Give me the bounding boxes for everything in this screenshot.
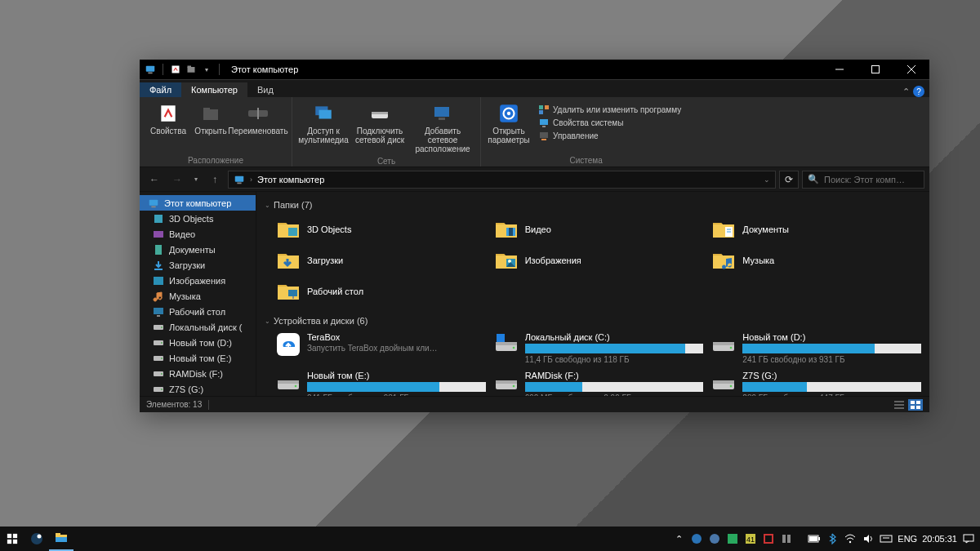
svg-rect-35 bbox=[155, 245, 162, 255]
tray-lang[interactable]: ENG bbox=[898, 534, 917, 544]
media-access-icon bbox=[312, 102, 335, 125]
drive-item[interactable]: Новый том (E:)241 ГБ свободно из 931 ГБ bbox=[276, 371, 486, 396]
open-button[interactable]: Открыть bbox=[194, 100, 228, 154]
svg-rect-39 bbox=[157, 315, 160, 317]
properties-button[interactable]: Свойства bbox=[145, 100, 192, 154]
search-icon: 🔍 bbox=[808, 174, 819, 184]
folder-item[interactable]: Изображения bbox=[494, 247, 704, 273]
chevron-right-icon[interactable]: › bbox=[250, 176, 252, 184]
forward-button[interactable]: → bbox=[167, 170, 187, 189]
tray-battery-icon[interactable] bbox=[808, 532, 821, 545]
taskbar-app-steam[interactable] bbox=[24, 527, 49, 551]
refresh-button[interactable]: ⟳ bbox=[779, 171, 799, 189]
sidebar-item[interactable]: Изображения bbox=[140, 273, 256, 288]
media-access-button[interactable]: Доступ к мультимедиа bbox=[297, 100, 350, 155]
taskbar-app-explorer[interactable] bbox=[49, 527, 74, 551]
svg-point-41 bbox=[161, 327, 163, 328]
help-icon[interactable]: ? bbox=[913, 86, 924, 97]
group-drives-header[interactable]: ⌄ Устройства и диски (6) bbox=[265, 313, 921, 329]
folders-grid: 3D ObjectsВидеоДокументыЗагрузкиИзображе… bbox=[265, 213, 921, 313]
tray-app3-icon[interactable] bbox=[762, 532, 775, 545]
recent-dropdown[interactable]: ▾ bbox=[190, 170, 202, 189]
manage-button[interactable]: Управление bbox=[538, 130, 681, 141]
tray-expand-icon[interactable]: ⌃ bbox=[672, 532, 685, 545]
nav-sidebar: Этот компьютер 3D ObjectsВидеоДокументыЗ… bbox=[140, 192, 256, 396]
tray-app4-icon[interactable] bbox=[780, 532, 793, 545]
uninstall-button[interactable]: Удалить или изменить программу bbox=[538, 104, 681, 115]
manage-icon bbox=[538, 130, 550, 141]
svg-rect-28 bbox=[540, 132, 548, 138]
folder-item[interactable]: 3D Objects bbox=[276, 216, 486, 242]
open-settings-button[interactable]: Открыть параметры bbox=[486, 100, 532, 154]
tray-wifi-icon[interactable] bbox=[844, 532, 857, 545]
sidebar-item[interactable]: Документы bbox=[140, 242, 256, 257]
folder-item[interactable]: Рабочий стол bbox=[276, 278, 486, 304]
view-icons-button[interactable] bbox=[908, 399, 923, 411]
drive-item-terabox[interactable]: TeraBoxЗапустить TeraBox двойным кли… bbox=[276, 332, 486, 364]
tray-bluetooth-icon[interactable] bbox=[826, 532, 839, 545]
tray-app-icon[interactable] bbox=[690, 532, 703, 545]
svg-point-47 bbox=[161, 373, 163, 375]
sidebar-item[interactable]: Видео bbox=[140, 226, 256, 242]
svg-rect-31 bbox=[149, 199, 158, 205]
sidebar-item-thispc[interactable]: Этот компьютер bbox=[140, 195, 256, 211]
map-drive-button[interactable]: Подключить сетевой диск bbox=[351, 100, 408, 155]
tray-keyboard-icon[interactable] bbox=[880, 532, 893, 545]
tray-app2-icon[interactable] bbox=[726, 532, 739, 545]
divider bbox=[219, 64, 220, 75]
search-input[interactable]: 🔍 Поиск: Этот комп… bbox=[802, 171, 924, 189]
group-folders-header[interactable]: ⌄ Папки (7) bbox=[265, 197, 921, 213]
thispc-icon bbox=[148, 198, 159, 209]
sidebar-item[interactable]: Музыка bbox=[140, 288, 256, 304]
tab-file[interactable]: Файл bbox=[140, 82, 181, 97]
sidebar-item[interactable]: Новый том (E:) bbox=[140, 350, 256, 366]
drive-item[interactable]: Локальный диск (C:)11,4 ГБ свободно из 1… bbox=[494, 332, 704, 364]
sidebar-item[interactable]: RAMDisk (F:) bbox=[140, 366, 256, 381]
ribbon-group-network: Доступ к мультимедиа Подключить сетевой … bbox=[292, 97, 481, 167]
svg-rect-81 bbox=[496, 380, 517, 384]
qat-properties-icon[interactable] bbox=[170, 64, 181, 75]
qat-dropdown-icon[interactable]: ▾ bbox=[201, 64, 212, 75]
address-bar-row: ← → ▾ ↑ › Этот компьютер ⌄ ⟳ 🔍 Поиск: Эт… bbox=[140, 167, 929, 192]
drive-item[interactable]: Z7S (G:)289 ГБ свободно из 447 ГБ bbox=[711, 371, 921, 396]
tray-temp-icon[interactable]: 41 bbox=[744, 532, 757, 545]
tray-notifications-icon[interactable] bbox=[962, 532, 975, 545]
tray-volume-icon[interactable] bbox=[862, 532, 875, 545]
address-dropdown-icon[interactable]: ⌄ bbox=[764, 176, 770, 184]
chevron-down-icon: ⌄ bbox=[265, 318, 270, 325]
sidebar-item[interactable]: 3D Objects bbox=[140, 211, 256, 226]
folder-item[interactable]: Видео bbox=[494, 216, 704, 242]
rename-button[interactable]: Переименовать bbox=[229, 100, 287, 154]
sidebar-item[interactable]: Z7S (G:) bbox=[140, 381, 256, 396]
folder-item[interactable]: Музыка bbox=[711, 247, 921, 273]
tray-time[interactable]: 20:05:31 bbox=[922, 534, 957, 544]
maximize-button[interactable] bbox=[858, 60, 893, 79]
sidebar-icon bbox=[153, 337, 164, 349]
back-button[interactable]: ← bbox=[145, 170, 164, 189]
drive-item[interactable]: RAMDisk (F:)690 МБ свободно из 0,99 ГБ bbox=[494, 371, 704, 396]
sidebar-item[interactable]: Рабочий стол bbox=[140, 304, 256, 319]
sys-props-button[interactable]: Свойства системы bbox=[538, 117, 681, 128]
up-button[interactable]: ↑ bbox=[205, 170, 225, 189]
sidebar-item[interactable]: Новый том (D:) bbox=[140, 335, 256, 350]
add-netloc-button[interactable]: Добавить сетевое расположение bbox=[410, 100, 475, 155]
minimize-button[interactable] bbox=[822, 60, 858, 79]
view-details-button[interactable] bbox=[892, 399, 906, 411]
tab-computer[interactable]: Компьютер bbox=[181, 82, 247, 97]
qat-newfolder-icon[interactable] bbox=[185, 64, 197, 75]
drive-item[interactable]: Новый том (D:)241 ГБ свободно из 931 ГБ bbox=[711, 332, 921, 364]
breadcrumb[interactable]: Этот компьютер bbox=[257, 175, 324, 184]
close-button[interactable] bbox=[893, 60, 929, 79]
tab-view[interactable]: Вид bbox=[247, 82, 283, 97]
content-pane: ⌄ Папки (7) 3D ObjectsВидеоДокументыЗагр… bbox=[256, 192, 929, 396]
tray-vk-icon[interactable] bbox=[708, 532, 721, 545]
folder-item[interactable]: Документы bbox=[711, 216, 921, 242]
sidebar-item[interactable]: Локальный диск ( bbox=[140, 319, 256, 335]
address-bar[interactable]: › Этот компьютер ⌄ bbox=[228, 171, 776, 189]
search-placeholder: Поиск: Этот комп… bbox=[824, 175, 905, 184]
folder-item[interactable]: Загрузки bbox=[276, 247, 486, 273]
sidebar-item[interactable]: Загрузки bbox=[140, 257, 256, 273]
ribbon-collapse-icon[interactable]: ⌃ bbox=[902, 87, 910, 97]
start-button[interactable] bbox=[0, 527, 24, 551]
drive-icon bbox=[494, 332, 519, 353]
